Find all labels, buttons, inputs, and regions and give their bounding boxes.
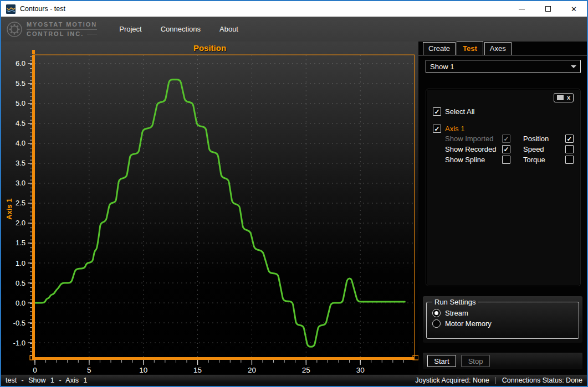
select-all-label: Select All [445, 107, 474, 116]
torque-checkbox[interactable] [565, 156, 574, 164]
x-tick-label: 5 [87, 366, 91, 374]
y-tick-label: 2.0 [16, 219, 25, 227]
status-joystick: Joystick Acquired: None [415, 376, 489, 384]
y-tick-label: 1.0 [16, 259, 25, 267]
tab-create[interactable]: Create [423, 42, 456, 55]
show-recorded-label: Show Recorded [445, 145, 499, 153]
maximize-icon [545, 6, 551, 12]
minimize-button[interactable] [509, 1, 535, 17]
show-spline-checkbox[interactable] [502, 156, 510, 164]
status-bar: test - Show 1 - Axis 1 Joystick Acquired… [1, 374, 587, 386]
select-all-checkbox[interactable] [433, 107, 441, 116]
status-connections: Connections Status: Done [502, 376, 582, 384]
show-imported-label: Show Imported [445, 135, 499, 143]
close-button[interactable]: ✕ [561, 1, 587, 17]
x-tick-label: 25 [302, 366, 310, 374]
y-tick-label: -1.0 [13, 339, 25, 347]
window-title: Contours - test [20, 5, 65, 13]
axis1-label: Axis 1 [445, 125, 464, 133]
brand-name-line2: CONTROL INC. [27, 30, 84, 38]
stop-button[interactable]: Stop [461, 355, 490, 367]
speed-checkbox[interactable] [565, 145, 574, 153]
menu-item-project[interactable]: Project [114, 22, 147, 37]
run-settings-legend: Run Settings [432, 298, 478, 306]
motor-memory-radio[interactable] [432, 319, 441, 328]
status-breadcrumb: test - Show 1 - Axis 1 [6, 376, 87, 384]
y-tick-label: 6.0 [16, 59, 25, 68]
panel-restore-icon[interactable] [557, 95, 564, 100]
x-tick-label: 15 [193, 366, 202, 374]
show-selector-dropdown[interactable]: Show 1 [426, 60, 581, 73]
torque-label: Torque [519, 156, 562, 164]
axis1-checkbox[interactable] [433, 125, 441, 133]
show-imported-checkbox[interactable] [502, 135, 510, 143]
stream-label: Stream [445, 309, 468, 317]
y-tick-label: 1.5 [16, 239, 25, 247]
show-recorded-checkbox[interactable] [502, 145, 510, 153]
close-icon: ✕ [571, 6, 577, 13]
maximize-button[interactable] [535, 1, 561, 17]
y-tick-label: 5.0 [16, 99, 25, 107]
y-tick-label: 0.5 [16, 279, 25, 287]
brand-name-line1: MYOSTAT MOTION [27, 21, 97, 30]
y-axis-bar [32, 55, 35, 357]
title-bar: Contours - test ✕ [1, 1, 587, 17]
status-divider [495, 377, 496, 384]
menu-item-connections[interactable]: Connections [155, 22, 206, 37]
tab-axes[interactable]: Axes [484, 42, 512, 55]
y-tick-label: 4.5 [16, 119, 25, 127]
app-window: Contours - test ✕ MYOSTAT MOTION [0, 0, 588, 387]
speed-label: Speed [519, 145, 562, 153]
tab-test[interactable]: Test [457, 41, 483, 55]
chevron-down-icon [571, 65, 576, 68]
y-tick-label: 3.0 [16, 179, 25, 187]
chart-title: Position [1, 43, 418, 53]
start-button[interactable]: Start [427, 355, 456, 367]
x-tick-label: 0 [33, 366, 37, 374]
stream-radio[interactable] [432, 309, 441, 317]
position-checkbox[interactable] [565, 135, 574, 143]
y-tick-label: -0.5 [13, 319, 25, 327]
brand-logo: MYOSTAT MOTION CONTROL INC. [6, 20, 97, 38]
main-menu: Project Connections About [114, 22, 244, 37]
menu-item-about[interactable]: About [214, 22, 244, 37]
gear-icon [6, 20, 23, 38]
minimize-icon [519, 9, 525, 9]
chart-region: Position Axis 1 -1.0-0.50.00.51.01.52.02… [1, 42, 418, 374]
x-tick-label: 30 [356, 366, 365, 374]
chart-y-axis-label: Axis 1 [5, 193, 13, 226]
position-chart: -1.0-0.50.00.51.01.52.02.53.03.54.04.55.… [1, 42, 418, 374]
app-icon [6, 4, 16, 14]
x-tick-label: 20 [248, 366, 256, 374]
panel-window-buttons[interactable]: x [554, 93, 574, 102]
panel-close-icon[interactable]: x [567, 95, 570, 101]
brand-rule [87, 34, 97, 34]
run-settings-group: Run Settings Stream Motor Memory [426, 298, 579, 339]
y-tick-label: 0.0 [16, 299, 25, 307]
run-settings-strip: Run Settings Stream Motor Memory [423, 296, 582, 343]
action-button-strip: Start Stop [423, 353, 582, 369]
position-label: Position [519, 135, 562, 143]
tab-row: Create Test Axes [418, 42, 587, 55]
y-tick-label: 2.5 [16, 199, 25, 207]
y-tick-label: 5.5 [16, 79, 25, 87]
side-panel: Create Test Axes Show 1 x Select All [418, 42, 587, 374]
y-tick-label: 3.5 [16, 159, 25, 167]
y-tick-label: 4.0 [16, 139, 25, 147]
x-axis-bar [32, 357, 415, 360]
show-spline-label: Show Spline [445, 156, 499, 164]
position-curve [35, 80, 405, 347]
menu-bar: MYOSTAT MOTION CONTROL INC. Project Conn… [1, 17, 587, 42]
series-selection-panel: x Select All Axis 1 Show Imported Positi… [426, 89, 581, 286]
x-tick-label: 10 [139, 366, 147, 374]
motor-memory-label: Motor Memory [445, 319, 492, 328]
show-selector-value: Show 1 [430, 63, 571, 71]
